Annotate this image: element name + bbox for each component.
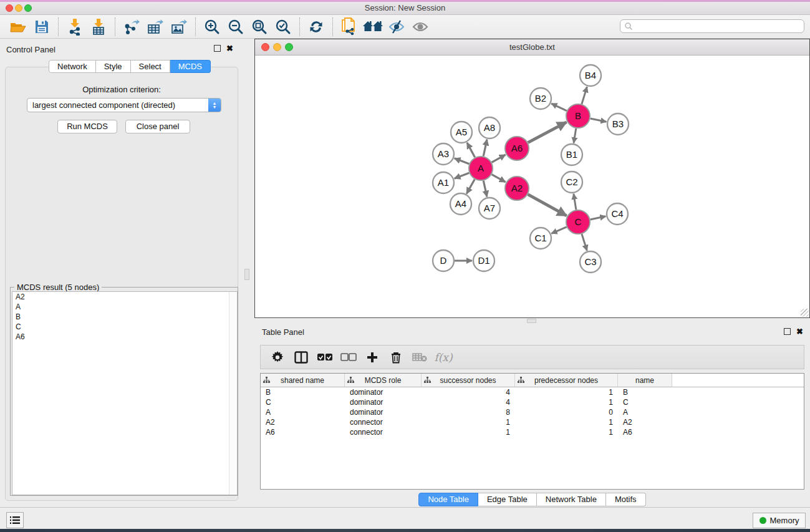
network-edge-A-A6[interactable] bbox=[492, 155, 506, 162]
zoom-selected-icon[interactable] bbox=[272, 17, 294, 36]
vertical-splitter-handle[interactable] bbox=[244, 269, 249, 280]
network-node-C4[interactable]: C4 bbox=[607, 203, 628, 225]
tab-node-table[interactable]: Node Table bbox=[418, 493, 478, 506]
result-item[interactable]: B bbox=[12, 312, 237, 322]
table-row[interactable]: Bdominator41B bbox=[261, 387, 804, 397]
float-panel-icon[interactable] bbox=[214, 45, 221, 52]
mcds-result-list[interactable]: A2ABCA6 bbox=[12, 291, 238, 495]
memory-button[interactable]: Memory bbox=[753, 513, 806, 528]
table-cell-successor-nodes[interactable]: 4 bbox=[422, 387, 515, 397]
network-node-A6[interactable]: A6 bbox=[505, 137, 529, 160]
table-cell-predecessor-nodes[interactable]: 1 bbox=[515, 397, 618, 407]
table-cell-successor-nodes[interactable]: 8 bbox=[422, 407, 515, 417]
table-cell-name[interactable]: A bbox=[618, 407, 672, 417]
float-panel-icon[interactable] bbox=[784, 328, 791, 335]
column-header-successor-nodes[interactable]: successor nodes bbox=[422, 374, 515, 387]
network-node-A4[interactable]: A4 bbox=[450, 193, 471, 215]
network-node-C[interactable]: C bbox=[566, 210, 590, 234]
network-edge-B-B1[interactable] bbox=[574, 128, 576, 143]
tab-network[interactable]: Network bbox=[49, 60, 96, 73]
column-layout-icon[interactable] bbox=[292, 349, 311, 366]
network-edge-A-A8[interactable] bbox=[483, 140, 487, 157]
table-cell-mcds-role[interactable]: connector bbox=[345, 427, 422, 437]
minimize-window-button[interactable] bbox=[15, 4, 22, 12]
table-cell-mcds-role[interactable]: dominator bbox=[345, 387, 422, 397]
zoom-fit-icon[interactable] bbox=[249, 17, 270, 36]
network-canvas[interactable]: B4B2BB3A8A5A6A3B1AC2A1A2A4A7C4CC1C3DD1 bbox=[255, 56, 809, 317]
network-edge-A6-B[interactable] bbox=[528, 122, 567, 143]
column-header-shared-name[interactable]: shared name bbox=[261, 374, 345, 387]
network-edge-C-C4[interactable] bbox=[591, 216, 606, 220]
network-node-B3[interactable]: B3 bbox=[607, 114, 629, 135]
tab-network-table[interactable]: Network Table bbox=[537, 493, 606, 506]
table-cell-predecessor-nodes[interactable]: 1 bbox=[515, 387, 618, 397]
table-cell-successor-nodes[interactable]: 1 bbox=[422, 427, 515, 437]
export-network-icon[interactable] bbox=[121, 17, 142, 36]
table-cell-shared-name[interactable]: A2 bbox=[261, 417, 345, 427]
select-all-checkbox-icon[interactable] bbox=[316, 349, 334, 366]
network-edge-A-A7[interactable] bbox=[483, 181, 487, 197]
network-edge-A-A3[interactable] bbox=[455, 158, 470, 164]
table-cell-mcds-role[interactable]: dominator bbox=[345, 397, 422, 407]
network-node-A7[interactable]: A7 bbox=[479, 198, 500, 219]
task-history-button[interactable] bbox=[6, 512, 24, 528]
result-item[interactable]: A6 bbox=[12, 332, 237, 342]
table-cell-shared-name[interactable]: B bbox=[261, 387, 345, 397]
table-cell-predecessor-nodes[interactable]: 1 bbox=[515, 417, 618, 427]
table-row[interactable]: Cdominator41C bbox=[261, 397, 804, 407]
show-graphics-icon[interactable] bbox=[410, 17, 431, 36]
open-session-icon[interactable] bbox=[7, 17, 29, 36]
table-row[interactable]: A2connector11A2 bbox=[261, 417, 804, 427]
network-node-D[interactable]: D bbox=[433, 250, 454, 271]
new-network-from-file-icon[interactable] bbox=[339, 17, 360, 36]
close-panel-icon[interactable]: ✖ bbox=[226, 45, 233, 52]
network-node-B1[interactable]: B1 bbox=[561, 144, 582, 165]
network-edge-C-C2[interactable] bbox=[574, 194, 576, 210]
export-table-icon[interactable] bbox=[145, 17, 166, 36]
network-close-button[interactable] bbox=[261, 43, 269, 51]
network-node-A8[interactable]: A8 bbox=[479, 117, 500, 138]
network-node-C2[interactable]: C2 bbox=[561, 172, 582, 193]
result-item[interactable]: A2 bbox=[12, 292, 237, 302]
table-row[interactable]: Adominator80A bbox=[261, 407, 804, 417]
zoom-out-icon[interactable] bbox=[225, 17, 246, 36]
table-cell-successor-nodes[interactable]: 1 bbox=[422, 417, 515, 427]
close-panel-icon[interactable]: ✖ bbox=[796, 328, 803, 335]
network-node-A[interactable]: A bbox=[469, 157, 493, 180]
close-window-button[interactable] bbox=[6, 4, 13, 12]
network-node-B2[interactable]: B2 bbox=[530, 88, 551, 109]
network-edge-C-C1[interactable] bbox=[551, 227, 566, 233]
add-column-icon[interactable] bbox=[363, 349, 382, 366]
delete-icon[interactable] bbox=[387, 349, 405, 366]
result-item[interactable]: C bbox=[12, 322, 237, 332]
network-edge-A-A4[interactable] bbox=[466, 179, 475, 193]
table-cell-name[interactable]: B bbox=[618, 387, 672, 397]
tab-motifs[interactable]: Motifs bbox=[606, 493, 646, 506]
home-icon[interactable] bbox=[362, 17, 383, 36]
column-header-name[interactable]: name bbox=[618, 374, 672, 387]
column-header-predecessor-nodes[interactable]: predecessor nodes bbox=[515, 374, 618, 387]
network-minimize-button[interactable] bbox=[273, 43, 281, 51]
close-panel-button[interactable]: Close panel bbox=[125, 120, 190, 133]
network-node-A3[interactable]: A3 bbox=[433, 143, 454, 165]
table-cell-successor-nodes[interactable]: 4 bbox=[422, 397, 515, 407]
table-cell-shared-name[interactable]: A bbox=[261, 407, 345, 417]
import-network-icon[interactable] bbox=[64, 17, 85, 36]
import-table-icon[interactable] bbox=[88, 17, 109, 36]
network-node-D1[interactable]: D1 bbox=[473, 250, 494, 271]
zoom-window-button[interactable] bbox=[24, 4, 32, 12]
network-zoom-button[interactable] bbox=[285, 43, 293, 51]
optimization-criterion-dropdown[interactable]: largest connected component (directed) ▲… bbox=[27, 98, 221, 112]
result-item[interactable]: A bbox=[12, 302, 237, 312]
network-edge-A-A1[interactable] bbox=[455, 173, 470, 178]
table-cell-shared-name[interactable]: A6 bbox=[261, 427, 345, 437]
table-cell-name[interactable]: C bbox=[618, 397, 672, 407]
gear-icon[interactable] bbox=[268, 349, 287, 366]
tab-style[interactable]: Style bbox=[96, 60, 131, 73]
zoom-in-icon[interactable] bbox=[201, 17, 223, 36]
network-node-B4[interactable]: B4 bbox=[580, 65, 601, 86]
table-row[interactable]: A6connector11A6 bbox=[261, 427, 804, 437]
network-window-titlebar[interactable]: testGlobe.txt bbox=[255, 39, 809, 56]
refresh-icon[interactable] bbox=[306, 17, 327, 36]
table-cell-shared-name[interactable]: C bbox=[261, 397, 345, 407]
